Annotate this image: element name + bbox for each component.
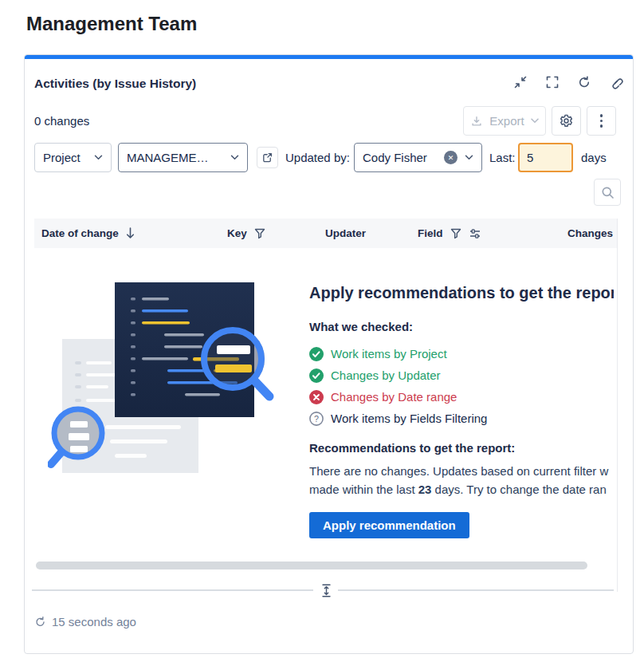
resize-divider	[32, 589, 313, 591]
resize-divider	[338, 589, 614, 591]
check-item: Changes by Date range	[309, 386, 614, 408]
activities-widget-panel: Activities (by Issue History) 0 changes …	[24, 54, 634, 654]
clear-updater-icon[interactable]: ✕	[444, 151, 457, 164]
column-header-changes: Changes	[567, 219, 613, 248]
check-list: Work items by Project Changes by Updater…	[309, 343, 614, 429]
link-icon	[609, 75, 623, 89]
recommendations-heading: Recommendations to get the report:	[309, 441, 614, 455]
empty-state-content: Apply recommendations to get the repor W…	[309, 280, 614, 538]
table-scrollbar-track[interactable]	[617, 219, 618, 592]
check-item: Work items by Project	[309, 343, 614, 364]
check-label: Changes by Updater	[331, 368, 441, 382]
refresh-icon[interactable]	[34, 616, 46, 628]
chevron-down-icon	[531, 118, 539, 124]
fullscreen-button[interactable]	[544, 74, 560, 90]
project-filter-dropdown[interactable]: Project	[34, 143, 112, 172]
horizontal-scrollbar[interactable]	[36, 562, 587, 569]
days-label: days	[581, 143, 607, 172]
updater-filter-dropdown[interactable]: Cody Fisher ✕	[354, 143, 482, 172]
collapse-icon	[513, 75, 528, 89]
panel-accent-bar	[25, 55, 633, 59]
export-label: Export	[489, 114, 524, 128]
link-button[interactable]	[608, 74, 624, 90]
check-label: Work items by Project	[331, 347, 447, 361]
project-value: MANAGEME…	[127, 151, 209, 164]
check-label: Changes by Date range	[331, 390, 457, 404]
column-label-key: Key	[227, 227, 247, 239]
last-updated-text: 15 seconds ago	[52, 615, 136, 629]
column-label-updater: Updater	[325, 227, 366, 239]
message-line2-post: days. Try to change the date ran	[431, 483, 606, 496]
filter-icon[interactable]	[450, 228, 461, 239]
fullscreen-icon	[545, 75, 560, 89]
check-pass-icon	[309, 368, 324, 383]
checked-heading: What we checked:	[309, 320, 614, 333]
external-link-icon	[261, 152, 273, 164]
check-pass-icon	[309, 347, 324, 361]
reset-icon	[577, 75, 591, 89]
check-item: ? Work items by Fields Filtering	[309, 408, 614, 429]
download-icon	[470, 115, 483, 128]
last-label: Last:	[489, 143, 516, 172]
reset-button[interactable]	[576, 74, 592, 90]
widget-header-actions	[512, 74, 624, 90]
svg-text:?: ?	[314, 413, 319, 423]
export-button[interactable]: Export	[463, 106, 546, 136]
gear-icon	[559, 113, 574, 128]
toolbar: Export	[463, 106, 616, 136]
empty-state-title: Apply recommendations to get the repor	[309, 284, 614, 302]
column-label-changes: Changes	[567, 227, 613, 239]
more-options-button[interactable]	[587, 106, 616, 136]
chevron-down-icon	[230, 155, 239, 160]
check-fail-icon	[309, 390, 324, 404]
changes-count: 0 changes	[34, 114, 89, 128]
updater-value: Cody Fisher	[363, 151, 444, 164]
sort-desc-icon[interactable]	[126, 227, 135, 239]
column-label-date: Date of change	[41, 227, 119, 239]
table-header: Date of change Key Updater Field Changes	[34, 219, 617, 248]
empty-state-illustration	[48, 275, 303, 494]
check-label: Work items by Fields Filtering	[331, 412, 487, 425]
collapse-button[interactable]	[512, 74, 528, 90]
check-unknown-icon: ?	[309, 412, 324, 426]
last-updated-status: 15 seconds ago	[34, 615, 136, 629]
page-title: Management Team	[26, 13, 197, 35]
filter-icon[interactable]	[254, 228, 265, 239]
project-value-dropdown[interactable]: MANAGEME…	[118, 143, 248, 172]
column-header-date-of-change[interactable]: Date of change	[41, 219, 135, 248]
kebab-icon	[600, 114, 603, 128]
last-days-input[interactable]	[518, 143, 573, 172]
message-line2-pre: made within the last	[309, 483, 418, 496]
vertical-resize-icon	[320, 583, 332, 598]
filter-bar: Project MANAGEME… Updated by: Cody Fishe…	[25, 143, 633, 172]
updated-by-label: Updated by:	[285, 143, 350, 172]
project-filter-label: Project	[43, 151, 80, 164]
settings-button[interactable]	[552, 106, 581, 136]
widget-title: Activities (by Issue History)	[34, 77, 196, 91]
column-label-field: Field	[418, 227, 443, 239]
message-line1: There are no changes. Updates based on c…	[309, 464, 608, 478]
resize-handle-button[interactable]	[318, 582, 334, 598]
adjust-columns-icon[interactable]	[469, 227, 481, 240]
check-item: Changes by Updater	[309, 364, 614, 386]
chevron-down-icon	[465, 155, 473, 160]
search-icon	[601, 186, 615, 199]
column-header-key: Key	[227, 219, 265, 248]
message-days-value: 23	[418, 483, 432, 496]
recommendation-message: There are no changes. Updates based on c…	[309, 462, 614, 498]
column-header-field: Field	[418, 219, 481, 248]
chevron-down-icon	[94, 155, 103, 160]
open-project-button[interactable]	[257, 147, 278, 168]
apply-recommendation-button[interactable]: Apply recommendation	[309, 512, 469, 538]
column-header-updater: Updater	[325, 219, 366, 248]
search-button[interactable]	[594, 179, 621, 206]
